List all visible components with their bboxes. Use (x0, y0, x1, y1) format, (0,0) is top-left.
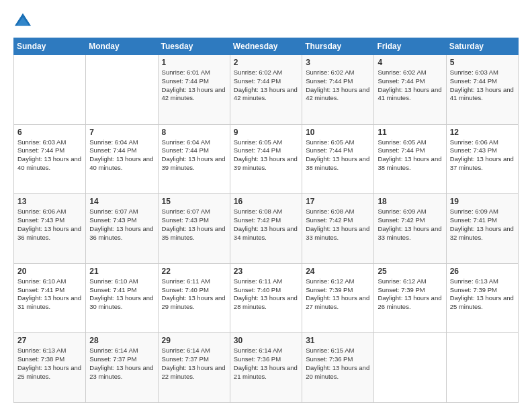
day-number: 16 (234, 197, 298, 206)
calendar-cell: 9Sunrise: 6:05 AM Sunset: 7:44 PM Daylig… (230, 124, 302, 194)
day-detail: Sunrise: 6:09 AM Sunset: 7:41 PM Dayligh… (450, 208, 515, 242)
calendar-cell: 1Sunrise: 6:01 AM Sunset: 7:44 PM Daylig… (158, 55, 230, 125)
calendar-cell: 24Sunrise: 6:12 AM Sunset: 7:39 PM Dayli… (302, 263, 374, 333)
calendar-cell: 27Sunrise: 6:13 AM Sunset: 7:38 PM Dayli… (14, 333, 86, 403)
calendar-cell: 18Sunrise: 6:09 AM Sunset: 7:42 PM Dayli… (374, 194, 446, 264)
day-detail: Sunrise: 6:04 AM Sunset: 7:44 PM Dayligh… (162, 138, 226, 173)
calendar-cell: 21Sunrise: 6:10 AM Sunset: 7:41 PM Dayli… (86, 263, 158, 333)
day-number: 7 (89, 128, 154, 137)
calendar-cell: 5Sunrise: 6:03 AM Sunset: 7:44 PM Daylig… (446, 55, 518, 125)
day-detail: Sunrise: 6:11 AM Sunset: 7:40 PM Dayligh… (162, 277, 226, 312)
day-number: 20 (17, 267, 82, 276)
calendar-cell: 25Sunrise: 6:12 AM Sunset: 7:39 PM Dayli… (374, 263, 446, 333)
day-number: 26 (450, 267, 515, 276)
day-number: 31 (306, 336, 370, 345)
day-detail: Sunrise: 6:15 AM Sunset: 7:36 PM Dayligh… (306, 347, 370, 381)
day-detail: Sunrise: 6:05 AM Sunset: 7:44 PM Dayligh… (234, 138, 298, 173)
calendar-cell: 22Sunrise: 6:11 AM Sunset: 7:40 PM Dayli… (158, 263, 230, 333)
calendar-cell (14, 55, 86, 125)
day-number: 30 (234, 336, 298, 345)
day-detail: Sunrise: 6:05 AM Sunset: 7:44 PM Dayligh… (306, 138, 370, 173)
day-detail: Sunrise: 6:06 AM Sunset: 7:43 PM Dayligh… (17, 208, 82, 242)
day-number: 19 (450, 197, 515, 206)
day-number: 18 (378, 197, 442, 206)
day-number: 27 (17, 336, 82, 345)
day-number: 12 (450, 128, 515, 137)
day-number: 25 (378, 267, 442, 276)
day-detail: Sunrise: 6:05 AM Sunset: 7:44 PM Dayligh… (378, 138, 442, 173)
calendar-cell (374, 333, 446, 403)
day-detail: Sunrise: 6:07 AM Sunset: 7:43 PM Dayligh… (162, 208, 226, 242)
calendar-cell: 30Sunrise: 6:14 AM Sunset: 7:36 PM Dayli… (230, 333, 302, 403)
calendar-week-row: 20Sunrise: 6:10 AM Sunset: 7:41 PM Dayli… (14, 263, 519, 333)
day-number: 3 (306, 58, 370, 67)
day-number: 28 (89, 336, 154, 345)
calendar-cell: 26Sunrise: 6:13 AM Sunset: 7:39 PM Dayli… (446, 263, 518, 333)
day-detail: Sunrise: 6:13 AM Sunset: 7:39 PM Dayligh… (450, 277, 515, 312)
header (13, 12, 519, 31)
calendar-header-wednesday: Wednesday (230, 38, 302, 55)
day-number: 4 (378, 58, 442, 67)
day-number: 5 (450, 58, 515, 67)
day-detail: Sunrise: 6:11 AM Sunset: 7:40 PM Dayligh… (234, 277, 298, 312)
calendar-cell: 31Sunrise: 6:15 AM Sunset: 7:36 PM Dayli… (302, 333, 374, 403)
calendar-cell: 11Sunrise: 6:05 AM Sunset: 7:44 PM Dayli… (374, 124, 446, 194)
calendar-header-tuesday: Tuesday (158, 38, 230, 55)
day-number: 17 (306, 197, 370, 206)
day-detail: Sunrise: 6:07 AM Sunset: 7:43 PM Dayligh… (89, 208, 154, 242)
day-number: 10 (306, 128, 370, 137)
day-detail: Sunrise: 6:01 AM Sunset: 7:44 PM Dayligh… (162, 68, 226, 103)
day-detail: Sunrise: 6:08 AM Sunset: 7:42 PM Dayligh… (306, 208, 370, 242)
calendar-header-saturday: Saturday (446, 38, 518, 55)
day-detail: Sunrise: 6:10 AM Sunset: 7:41 PM Dayligh… (17, 277, 82, 312)
day-number: 14 (89, 197, 154, 206)
calendar-cell: 8Sunrise: 6:04 AM Sunset: 7:44 PM Daylig… (158, 124, 230, 194)
calendar-table: SundayMondayTuesdayWednesdayThursdayFrid… (13, 38, 519, 403)
calendar-header-sunday: Sunday (14, 38, 86, 55)
calendar-cell: 15Sunrise: 6:07 AM Sunset: 7:43 PM Dayli… (158, 194, 230, 264)
day-number: 8 (162, 128, 226, 137)
day-number: 9 (234, 128, 298, 137)
day-number: 24 (306, 267, 370, 276)
calendar-cell: 16Sunrise: 6:08 AM Sunset: 7:42 PM Dayli… (230, 194, 302, 264)
day-detail: Sunrise: 6:09 AM Sunset: 7:42 PM Dayligh… (378, 208, 442, 242)
day-detail: Sunrise: 6:04 AM Sunset: 7:44 PM Dayligh… (89, 138, 154, 173)
day-number: 13 (17, 197, 82, 206)
day-detail: Sunrise: 6:10 AM Sunset: 7:41 PM Dayligh… (89, 277, 154, 312)
day-number: 22 (162, 267, 226, 276)
calendar-cell: 7Sunrise: 6:04 AM Sunset: 7:44 PM Daylig… (86, 124, 158, 194)
calendar-cell: 14Sunrise: 6:07 AM Sunset: 7:43 PM Dayli… (86, 194, 158, 264)
day-detail: Sunrise: 6:14 AM Sunset: 7:37 PM Dayligh… (162, 347, 226, 381)
day-detail: Sunrise: 6:02 AM Sunset: 7:44 PM Dayligh… (234, 68, 298, 103)
calendar-week-row: 27Sunrise: 6:13 AM Sunset: 7:38 PM Dayli… (14, 333, 519, 403)
calendar-cell: 6Sunrise: 6:03 AM Sunset: 7:44 PM Daylig… (14, 124, 86, 194)
day-number: 11 (378, 128, 442, 137)
calendar-cell: 13Sunrise: 6:06 AM Sunset: 7:43 PM Dayli… (14, 194, 86, 264)
calendar-header-thursday: Thursday (302, 38, 374, 55)
day-number: 6 (17, 128, 82, 137)
day-detail: Sunrise: 6:12 AM Sunset: 7:39 PM Dayligh… (306, 277, 370, 312)
calendar-cell: 4Sunrise: 6:02 AM Sunset: 7:44 PM Daylig… (374, 55, 446, 125)
day-number: 2 (234, 58, 298, 67)
day-number: 15 (162, 197, 226, 206)
day-detail: Sunrise: 6:13 AM Sunset: 7:38 PM Dayligh… (17, 347, 82, 381)
day-detail: Sunrise: 6:02 AM Sunset: 7:44 PM Dayligh… (306, 68, 370, 103)
calendar-header-row: SundayMondayTuesdayWednesdayThursdayFrid… (14, 38, 519, 55)
day-detail: Sunrise: 6:03 AM Sunset: 7:44 PM Dayligh… (450, 68, 515, 103)
day-number: 23 (234, 267, 298, 276)
day-number: 21 (89, 267, 154, 276)
calendar-cell: 23Sunrise: 6:11 AM Sunset: 7:40 PM Dayli… (230, 263, 302, 333)
calendar-cell: 17Sunrise: 6:08 AM Sunset: 7:42 PM Dayli… (302, 194, 374, 264)
day-detail: Sunrise: 6:02 AM Sunset: 7:44 PM Dayligh… (378, 68, 442, 103)
day-number: 1 (162, 58, 226, 67)
calendar-cell (86, 55, 158, 125)
calendar-cell: 28Sunrise: 6:14 AM Sunset: 7:37 PM Dayli… (86, 333, 158, 403)
calendar-cell (446, 333, 518, 403)
calendar-cell: 20Sunrise: 6:10 AM Sunset: 7:41 PM Dayli… (14, 263, 86, 333)
logo (13, 12, 35, 31)
calendar-header-friday: Friday (374, 38, 446, 55)
day-detail: Sunrise: 6:14 AM Sunset: 7:36 PM Dayligh… (234, 347, 298, 381)
day-detail: Sunrise: 6:08 AM Sunset: 7:42 PM Dayligh… (234, 208, 298, 242)
logo-icon (13, 12, 32, 31)
calendar-cell: 10Sunrise: 6:05 AM Sunset: 7:44 PM Dayli… (302, 124, 374, 194)
